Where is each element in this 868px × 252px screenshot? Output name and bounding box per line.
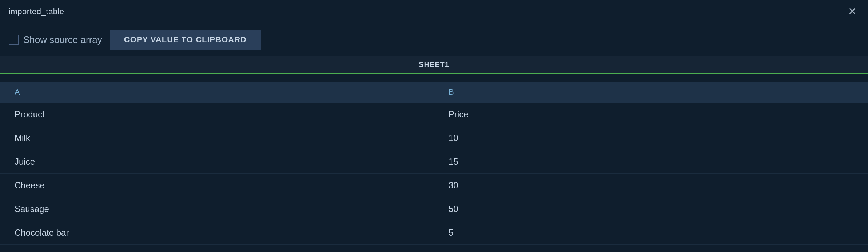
- show-source-checkbox-wrapper[interactable]: Show source array: [9, 34, 102, 46]
- toolbar: Show source array COPY VALUE TO CLIPBOAR…: [0, 23, 868, 56]
- table-row: ProductPrice: [0, 103, 868, 126]
- table-container: A B ProductPriceMilk10Juice15Cheese30Sau…: [0, 74, 868, 252]
- sheet-tab-area: SHEET1: [0, 56, 868, 74]
- close-button[interactable]: ✕: [845, 5, 859, 18]
- cell-price: 50: [434, 197, 868, 221]
- cell-product: Milk: [0, 126, 434, 150]
- cell-price: 15: [434, 150, 868, 174]
- table-row: Sausage50: [0, 197, 868, 221]
- window: imported_table ✕ Show source array COPY …: [0, 0, 868, 252]
- cell-product: Product: [0, 103, 434, 126]
- cell-product: Sausage: [0, 197, 434, 221]
- column-header-row: A B: [0, 82, 868, 103]
- cell-price: Price: [434, 103, 868, 126]
- sheet1-tab[interactable]: SHEET1: [0, 56, 868, 74]
- cell-price: 30: [434, 174, 868, 197]
- data-table: A B ProductPriceMilk10Juice15Cheese30Sau…: [0, 82, 868, 245]
- window-title: imported_table: [9, 7, 64, 16]
- show-source-label: Show source array: [23, 34, 102, 46]
- table-row: Chocolate bar5: [0, 221, 868, 245]
- cell-product: Juice: [0, 150, 434, 174]
- copy-to-clipboard-button[interactable]: COPY VALUE TO CLIPBOARD: [110, 30, 261, 50]
- cell-product: Cheese: [0, 174, 434, 197]
- cell-price: 10: [434, 126, 868, 150]
- table-row: Milk10: [0, 126, 868, 150]
- col-header-a: A: [0, 82, 434, 103]
- title-bar: imported_table ✕: [0, 0, 868, 23]
- col-header-b: B: [434, 82, 868, 103]
- table-row: Juice15: [0, 150, 868, 174]
- cell-price: 5: [434, 221, 868, 245]
- cell-product: Chocolate bar: [0, 221, 434, 245]
- show-source-checkbox[interactable]: [9, 35, 19, 45]
- table-row: Cheese30: [0, 174, 868, 197]
